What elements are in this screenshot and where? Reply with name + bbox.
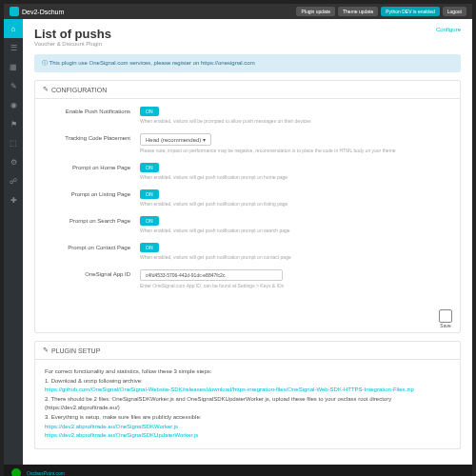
sidebar-item-categories[interactable]: ▦ xyxy=(4,57,23,76)
wrench-icon: ✎ xyxy=(43,347,49,354)
toggle-enable-push[interactable]: ON xyxy=(140,107,159,116)
sidebar-item-listings[interactable]: ☰ xyxy=(4,38,23,57)
toggle-contact-page[interactable]: ON xyxy=(140,243,159,252)
info-banner: ⓘ This plugin use OneSignal.com services… xyxy=(34,54,461,72)
sidebar-item-pages[interactable]: ✎ xyxy=(4,76,23,95)
badge-theme-update[interactable]: Theme update xyxy=(338,7,378,16)
wrench-icon: ✎ xyxy=(43,86,49,93)
save-button[interactable]: Save xyxy=(439,309,452,328)
sidebar: ⌂ ☰ ▦ ✎ ◉ ⚑ ⬚ ⚙ ☍ ✚ xyxy=(4,19,23,465)
save-icon xyxy=(439,309,452,323)
configuration-panel: ✎ CONFIGURATION Enable Push Notification… xyxy=(34,80,461,333)
sidebar-item-plugins[interactable]: ⚑ xyxy=(4,114,23,133)
badge-dev-enabled: Python DEV is enabled xyxy=(381,7,439,16)
sidebar-item-settings[interactable]: ⚙ xyxy=(4,152,23,171)
top-bar: Dev2-Dschum Plugin update Theme update P… xyxy=(4,4,472,19)
download-link[interactable]: https://github.com/OneSignal/OneSignal-W… xyxy=(45,386,450,395)
page-title: List of pushs xyxy=(34,27,111,41)
main-content: List of pushs Voucher & Discount Plugin … xyxy=(23,19,472,465)
sidebar-item-appearance[interactable]: ◉ xyxy=(4,95,23,114)
badge-plugin-update[interactable]: Plugin update xyxy=(296,7,335,16)
input-onesignal-appid[interactable]: c4fd4533-5706-442d-91dc-e8847fc2c xyxy=(140,269,283,281)
sidebar-item-home[interactable]: ⌂ xyxy=(4,19,23,38)
toggle-search-page[interactable]: ON xyxy=(140,216,159,226)
toggle-listing-page[interactable]: ON xyxy=(140,189,159,199)
select-tracking-placement[interactable]: Head (recommended) ▾ xyxy=(140,133,211,146)
sidebar-item-tools[interactable]: ✚ xyxy=(4,190,23,209)
toggle-home-page[interactable]: ON xyxy=(140,163,159,172)
logo-icon xyxy=(10,7,19,16)
setup-panel: ✎ PLUGIN SETUP For correct functionality… xyxy=(34,341,461,449)
logout-button[interactable]: Logout xyxy=(443,7,466,16)
worker-link-2[interactable]: https://dev2.abprofitrade.eu/OneSignalSD… xyxy=(45,431,450,441)
info-icon: ⓘ xyxy=(42,60,50,66)
page-subtitle: Voucher & Discount Plugin xyxy=(34,41,111,47)
sidebar-item-users[interactable]: ☍ xyxy=(4,171,23,190)
brand-name: Dev2-Dschum xyxy=(22,9,64,15)
sidebar-item-stats[interactable]: ⬚ xyxy=(4,133,23,152)
worker-link-1[interactable]: https://dev2.abprofitrade.eu/OneSignalSD… xyxy=(45,423,450,432)
footer-brand[interactable]: OsclassPoint.com xyxy=(27,470,65,476)
configure-link[interactable]: Configure xyxy=(436,27,461,32)
shield-icon xyxy=(11,468,21,476)
footer-bar: OsclassPoint.com xyxy=(4,465,472,476)
